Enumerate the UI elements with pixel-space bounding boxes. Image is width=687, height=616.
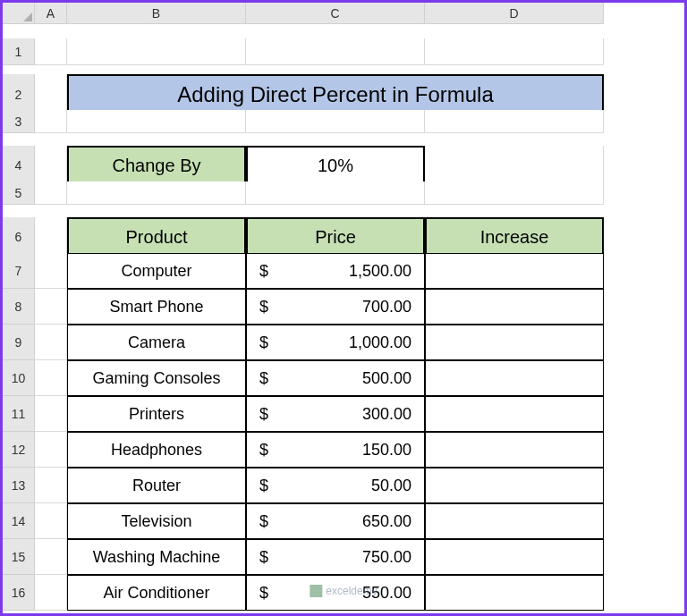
product-name[interactable]: Gaming Consoles <box>67 360 246 396</box>
cell-d4[interactable] <box>425 146 604 185</box>
product-price[interactable]: $300.00 <box>246 396 425 432</box>
product-name[interactable]: Printers <box>67 396 246 432</box>
cell-d1[interactable] <box>425 38 604 65</box>
increase-cell[interactable] <box>425 360 604 396</box>
cell-a9[interactable] <box>35 325 67 360</box>
cell-a14[interactable] <box>35 503 67 539</box>
increase-cell[interactable] <box>425 503 604 539</box>
cell-a15[interactable] <box>35 539 67 575</box>
increase-cell[interactable] <box>425 253 604 289</box>
price-value: 50.00 <box>371 477 411 495</box>
product-name[interactable]: Headphones <box>67 432 246 468</box>
cell-a11[interactable] <box>35 396 67 432</box>
col-header-c[interactable]: C <box>246 3 425 24</box>
currency-symbol: $ <box>259 548 268 567</box>
product-name[interactable]: Computer <box>67 253 246 289</box>
row-header-9[interactable]: 9 <box>3 325 35 360</box>
col-header-d[interactable]: D <box>425 3 604 24</box>
currency-symbol: $ <box>259 333 268 352</box>
increase-cell[interactable] <box>425 396 604 432</box>
product-price[interactable]: $500.00 <box>246 360 425 396</box>
currency-symbol: $ <box>259 477 268 495</box>
cell-b5[interactable] <box>67 181 246 205</box>
change-by-label[interactable]: Change By <box>67 146 246 185</box>
product-price[interactable]: $150.00 <box>246 432 425 468</box>
row-header-14[interactable]: 14 <box>3 503 35 539</box>
cell-c5[interactable] <box>246 181 425 205</box>
cell-b1[interactable] <box>67 38 246 65</box>
product-price[interactable]: $1,000.00 <box>246 325 425 360</box>
row-header-5[interactable]: 5 <box>3 181 35 205</box>
product-price[interactable]: $550.00 <box>246 575 425 611</box>
price-value: 500.00 <box>362 369 411 388</box>
spreadsheet-grid: A B C D 1 2 Adding Direct Percent in For… <box>3 3 684 611</box>
row-header-10[interactable]: 10 <box>3 360 35 396</box>
cell-a1[interactable] <box>35 38 67 65</box>
cell-a3[interactable] <box>35 110 67 133</box>
row-header-13[interactable]: 13 <box>3 468 35 503</box>
currency-symbol: $ <box>259 298 268 316</box>
row-header-4[interactable]: 4 <box>3 146 35 185</box>
row-header-15[interactable]: 15 <box>3 539 35 575</box>
cell-a5[interactable] <box>35 181 67 205</box>
price-value: 300.00 <box>362 405 411 424</box>
cell-c1[interactable] <box>246 38 425 65</box>
currency-symbol: $ <box>259 262 268 281</box>
currency-symbol: $ <box>259 441 268 460</box>
cell-a6[interactable] <box>35 217 67 257</box>
header-price[interactable]: Price <box>246 217 425 257</box>
price-value: 550.00 <box>362 584 411 603</box>
header-product[interactable]: Product <box>67 217 246 257</box>
price-value: 650.00 <box>362 512 411 531</box>
price-value: 1,000.00 <box>349 333 411 352</box>
cell-a4[interactable] <box>35 146 67 185</box>
header-increase[interactable]: Increase <box>425 217 604 257</box>
row-header-3[interactable]: 3 <box>3 110 35 133</box>
row-header-16[interactable]: 16 <box>3 575 35 611</box>
col-header-a[interactable]: A <box>35 3 67 24</box>
price-value: 150.00 <box>362 441 411 460</box>
increase-cell[interactable] <box>425 468 604 503</box>
product-name[interactable]: Smart Phone <box>67 289 246 325</box>
cell-a16[interactable] <box>35 575 67 611</box>
price-value: 1,500.00 <box>349 262 411 281</box>
row-header-11[interactable]: 11 <box>3 396 35 432</box>
product-name[interactable]: Television <box>67 503 246 539</box>
product-name[interactable]: Air Conditioner <box>67 575 246 611</box>
currency-symbol: $ <box>259 369 268 388</box>
cell-b3[interactable] <box>67 110 246 133</box>
increase-cell[interactable] <box>425 539 604 575</box>
row-header-1[interactable]: 1 <box>3 38 35 65</box>
cell-a7[interactable] <box>35 253 67 289</box>
currency-symbol: $ <box>259 512 268 531</box>
change-by-value[interactable]: 10% <box>246 146 425 185</box>
product-name[interactable]: Washing Machine <box>67 539 246 575</box>
price-value: 700.00 <box>362 298 411 316</box>
cell-a13[interactable] <box>35 468 67 503</box>
price-value: 750.00 <box>362 548 411 567</box>
cell-d3[interactable] <box>425 110 604 133</box>
product-name[interactable]: Camera <box>67 325 246 360</box>
row-header-6[interactable]: 6 <box>3 217 35 257</box>
product-price[interactable]: $50.00 <box>246 468 425 503</box>
increase-cell[interactable] <box>425 575 604 611</box>
product-price[interactable]: $750.00 <box>246 539 425 575</box>
product-price[interactable]: $650.00 <box>246 503 425 539</box>
cell-a8[interactable] <box>35 289 67 325</box>
increase-cell[interactable] <box>425 325 604 360</box>
row-header-12[interactable]: 12 <box>3 432 35 468</box>
cell-d5[interactable] <box>425 181 604 205</box>
currency-symbol: $ <box>259 584 268 603</box>
row-header-7[interactable]: 7 <box>3 253 35 289</box>
row-header-8[interactable]: 8 <box>3 289 35 325</box>
product-price[interactable]: $700.00 <box>246 289 425 325</box>
product-name[interactable]: Router <box>67 468 246 503</box>
col-header-b[interactable]: B <box>67 3 246 24</box>
increase-cell[interactable] <box>425 289 604 325</box>
select-all-corner[interactable] <box>3 3 35 24</box>
cell-a12[interactable] <box>35 432 67 468</box>
cell-a10[interactable] <box>35 360 67 396</box>
increase-cell[interactable] <box>425 432 604 468</box>
product-price[interactable]: $1,500.00 <box>246 253 425 289</box>
cell-c3[interactable] <box>246 110 425 133</box>
